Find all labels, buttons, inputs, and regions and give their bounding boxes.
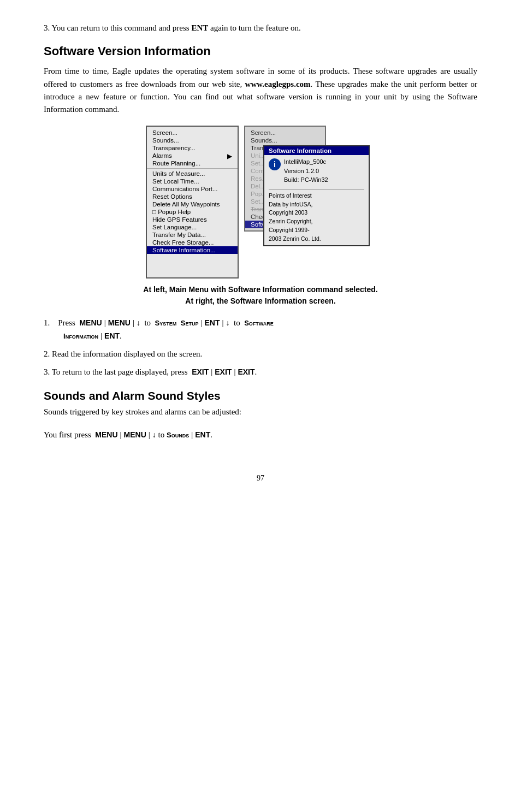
step3: 3. To return to the last page displayed,… <box>44 366 477 378</box>
software-info-body: i IntelliMap_500c Version 1.2.0 Build: P… <box>264 155 369 245</box>
website: www.eaglegps.com <box>245 80 311 88</box>
left-menu: Screen... Sounds... Transparency... Alar… <box>146 126 239 278</box>
left-menu-item-screen: Screen... <box>147 129 238 137</box>
left-menu-divider <box>147 168 238 169</box>
page-number: 97 <box>44 474 477 483</box>
left-menu-item-comms: Communications Port... <box>147 185 238 193</box>
body2-menu2: MENU <box>124 430 146 439</box>
software-info-header: Software Information <box>264 146 369 155</box>
body2-ent: ENT <box>195 430 210 439</box>
section2-body1: Sounds triggered by key strokes and alar… <box>44 406 477 418</box>
step1: 1. Press MENU | MENU | ↓ to System Setup… <box>44 317 477 342</box>
left-menu-item-transparency: Transparency... <box>147 144 238 152</box>
step1-text: 1. Press MENU | MENU | ↓ to System Setup… <box>44 317 274 342</box>
info-lines: IntelliMap_500c Version 1.2.0 Build: PC-… <box>284 157 328 185</box>
copyright-line6: 2003 Zenrin Co. Ltd. <box>269 235 364 244</box>
left-menu-item-hidegps: Hide GPS Features <box>147 216 238 223</box>
intro-text: 3. You can return to this command and pr… <box>44 23 191 32</box>
copyright-line4: Zenrin Copyright, <box>269 217 364 226</box>
section1-title: Software Version Information <box>44 44 477 58</box>
right-screenshot: Screen... Sounds... Transparency... Uni.… <box>244 126 375 278</box>
body2-period: . <box>210 430 212 439</box>
left-menu-item-language: Set Language... <box>147 223 238 231</box>
step1-ent1: ENT <box>204 318 220 327</box>
body2-sounds: Sounds <box>167 431 189 439</box>
info-icon-row: i IntelliMap_500c Version 1.2.0 Build: P… <box>269 157 364 185</box>
step1-system: System <box>155 319 177 327</box>
copyright-line2: Data by infoUSA, <box>269 200 364 209</box>
left-menu-item-checkstorage: Check Free Storage... <box>147 239 238 246</box>
body2-arrow: ↓ <box>152 430 156 439</box>
copyright-line5: Copyright 1999- <box>269 226 364 235</box>
copyright-line1: Points of Interest <box>269 192 364 200</box>
product-name: IntelliMap_500c <box>284 157 328 167</box>
info-icon: i <box>269 158 281 170</box>
step1-ent2: ENT <box>104 331 120 340</box>
intro-text2: again to turn the feature on. <box>208 23 301 32</box>
step1-setup: Setup <box>181 319 199 327</box>
left-menu-item-reset: Reset Options <box>147 193 238 200</box>
build: Build: PC-Win32 <box>284 175 328 185</box>
left-menu-item-transfer: Transfer My Data... <box>147 231 238 239</box>
copyright-text: Points of Interest Data by infoUSA, Copy… <box>269 192 364 244</box>
body2-to: to <box>156 430 167 439</box>
left-menu-item-sounds: Sounds... <box>147 137 238 144</box>
left-menu-item-route: Route Planning... <box>147 159 238 167</box>
body2-menu1: MENU <box>95 430 117 439</box>
left-menu-item-units: Units of Measure... <box>147 170 238 177</box>
caption-line2: At right, the Software Information scree… <box>185 297 335 305</box>
software-info-popup: Software Information i IntelliMap_500c V… <box>263 145 370 246</box>
step1-arrow2: ↓ <box>226 318 230 327</box>
version: Version 1.2.0 <box>284 167 328 176</box>
intro-ent: ENT <box>191 23 208 32</box>
section2-title: Sounds and Alarm Sound Styles <box>44 389 477 402</box>
step3-exit2: EXIT <box>215 368 232 376</box>
step1-menu2: MENU <box>108 318 131 327</box>
caption-line1: At left, Main Menu with Software Informa… <box>143 285 377 294</box>
left-menu-item-deletewp: Delete All My Waypoints <box>147 200 238 208</box>
step1-arrow1: ↓ <box>137 318 140 327</box>
right-back-screen: Screen... <box>245 129 325 137</box>
copyright-line3: Copyright 2003 <box>269 209 364 217</box>
section1-body: From time to time, Eagle updates the ope… <box>44 65 477 116</box>
left-menu-item-popup: Popup Help <box>147 208 238 216</box>
body2-pre: You first press <box>44 430 95 439</box>
section2-body2: You first press MENU | MENU | ↓ to Sound… <box>44 429 477 441</box>
intro-paragraph: 3. You can return to this command and pr… <box>44 22 477 34</box>
right-back-sounds: Sounds... <box>245 137 325 144</box>
step3-exit3: EXIT <box>238 368 254 376</box>
screenshots-row: Screen... Sounds... Transparency... Alar… <box>44 126 477 278</box>
step1-menu1: MENU <box>79 318 102 327</box>
left-menu-item-alarms: Alarms <box>147 152 238 159</box>
left-menu-item-softwareinfo: Software Information... <box>147 246 238 254</box>
step3-pre: 3. To return to the last page displayed,… <box>44 368 192 376</box>
left-menu-item-localtime: Set Local Time... <box>147 177 238 185</box>
caption: At left, Main Menu with Software Informa… <box>44 284 477 307</box>
step3-exit1: EXIT <box>192 368 209 376</box>
step2: 2. Read the information displayed on the… <box>44 348 477 360</box>
popup-divider <box>269 189 364 189</box>
step3-period: . <box>255 368 257 376</box>
